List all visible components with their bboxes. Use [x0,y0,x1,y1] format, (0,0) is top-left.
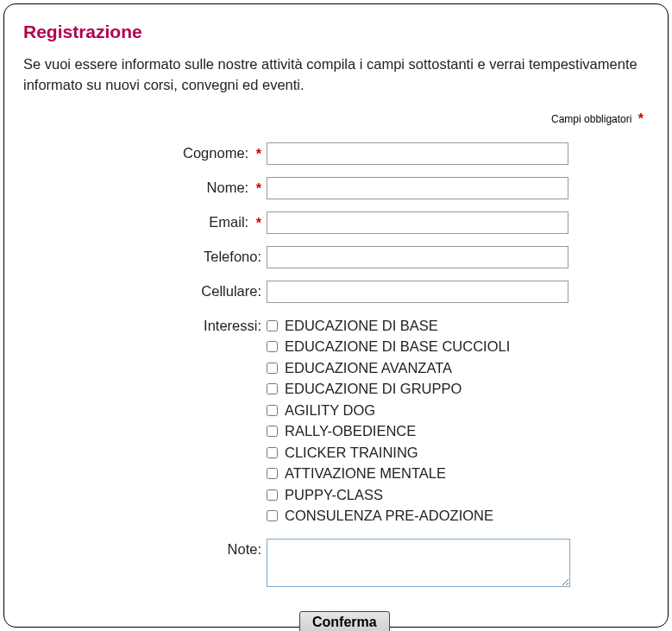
interest-item: ATTIVAZIONE MENTALE [267,463,510,484]
interest-item: CLICKER TRAINING [267,442,510,464]
email-input[interactable] [267,211,568,234]
interest-label: ATTIVAZIONE MENTALE [285,465,446,482]
interest-checkbox[interactable] [267,489,278,501]
asterisk-icon: * [253,147,261,161]
registration-card: Registrazione Se vuoi essere informato s… [3,3,669,628]
interest-checkbox[interactable] [267,363,278,374]
submit-button[interactable]: Conferma [299,611,390,631]
interest-checkbox[interactable] [267,341,278,352]
nome-input[interactable] [267,177,568,199]
interest-checkbox[interactable] [267,320,278,331]
interest-item: PUPPY-CLASS [267,484,510,506]
interest-label: RALLY-OBEDIENCE [285,423,416,439]
interest-checkbox[interactable] [267,510,278,521]
telefono-input[interactable] [267,246,568,268]
interest-checkbox[interactable] [267,426,278,437]
cognome-input[interactable] [267,142,568,165]
interest-label: EDUCAZIONE DI GRUPPO [285,381,462,397]
note-label: Note: [23,539,267,558]
page-title: Registrazione [23,22,649,42]
interest-item: CONSULENZA PRE-ADOZIONE [267,505,510,527]
note-textarea[interactable] [267,539,570,587]
interest-checkbox[interactable] [267,447,278,458]
email-label: Email: * [23,211,267,231]
interest-label: EDUCAZIONE DI BASE [285,318,438,334]
interest-item: EDUCAZIONE DI BASE [267,315,510,337]
cellulare-input[interactable] [267,281,568,303]
required-fields-label: Campi obbligatori [551,113,631,125]
interest-item: EDUCAZIONE DI BASE CUCCIOLI [267,336,510,357]
interessi-label: Interessi: [23,315,267,334]
cognome-label: Cognome: * [23,142,267,162]
interest-label: CONSULENZA PRE-ADOZIONE [285,508,493,524]
asterisk-icon: * [635,111,644,126]
interest-checkbox[interactable] [267,383,278,394]
nome-label: Nome: * [23,177,267,197]
interest-item: RALLY-OBEDIENCE [267,420,510,442]
interest-label: PUPPY-CLASS [285,487,383,503]
interest-checkbox[interactable] [267,405,278,416]
interests-list: EDUCAZIONE DI BASEEDUCAZIONE DI BASE CUC… [267,315,510,527]
interest-label: EDUCAZIONE AVANZATA [285,360,452,376]
required-fields-note: Campi obbligatori * [23,111,649,127]
interest-item: AGILITY DOG [267,400,510,421]
asterisk-icon: * [253,216,261,230]
interest-item: EDUCAZIONE AVANZATA [267,357,510,379]
cellulare-label: Cellulare: [23,281,267,300]
interest-label: CLICKER TRAINING [285,445,418,461]
interest-checkbox[interactable] [267,468,278,479]
registration-form: Cognome: * Nome: * Email: * [23,142,649,631]
interest-label: AGILITY DOG [285,402,375,419]
telefono-label: Telefono: [23,246,267,265]
interest-label: EDUCAZIONE DI BASE CUCCIOLI [285,338,510,355]
asterisk-icon: * [253,181,261,196]
interest-item: EDUCAZIONE DI GRUPPO [267,378,510,400]
intro-text: Se vuoi essere informato sulle nostre at… [23,54,649,96]
